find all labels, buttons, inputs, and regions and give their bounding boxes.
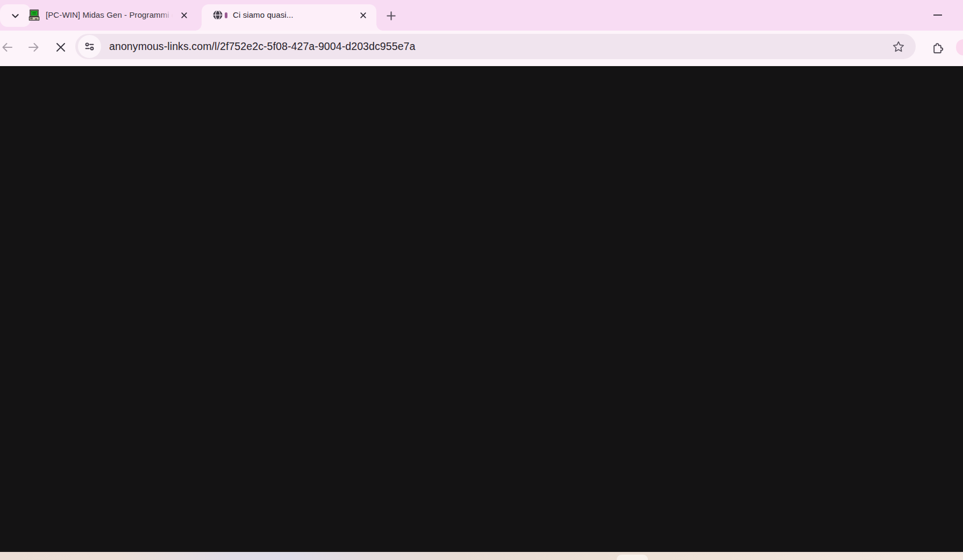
tab-title-clip: Ci siamo quasi... xyxy=(233,10,353,20)
tab-title-clip: [PC-WIN] Midas Gen - Programmi e Dove xyxy=(46,10,174,20)
taskbar-edge xyxy=(0,552,963,560)
new-tab-button[interactable] xyxy=(381,6,401,25)
tab-title: [PC-WIN] Midas Gen - Programmi e Dove xyxy=(46,10,174,19)
minimize-dash-icon xyxy=(933,15,942,16)
chevron-down-icon xyxy=(11,11,20,20)
extensions-button[interactable] xyxy=(926,37,948,59)
address-bar[interactable]: anonymous-links.com/l/2f752e2c-5f08-427a… xyxy=(75,34,916,59)
page-viewport xyxy=(0,66,963,552)
url-input[interactable]: anonymous-links.com/l/2f752e2c-5f08-427a… xyxy=(109,40,889,53)
puzzle-icon xyxy=(931,41,944,55)
retro-pc-icon xyxy=(28,9,40,21)
arrow-left-icon xyxy=(0,40,14,54)
tab-midas-gen[interactable]: [PC-WIN] Midas Gen - Programmi e Dove xyxy=(24,4,195,31)
close-icon xyxy=(55,41,67,53)
forward-button[interactable] xyxy=(23,37,45,58)
tab-notification-dot xyxy=(225,12,227,18)
tune-icon xyxy=(84,41,95,52)
globe-icon xyxy=(212,10,223,20)
tab-strip: [PC-WIN] Midas Gen - Programmi e Dove Ci… xyxy=(0,0,963,31)
close-icon[interactable] xyxy=(177,9,190,21)
avatar[interactable] xyxy=(956,39,963,55)
taskbar-app-button[interactable] xyxy=(617,555,648,560)
browser-toolbar: anonymous-links.com/l/2f752e2c-5f08-427a… xyxy=(0,31,963,66)
tab-ci-siamo-quasi[interactable]: Ci siamo quasi... xyxy=(202,4,376,31)
arrow-right-icon xyxy=(27,40,41,54)
tab-title: Ci siamo quasi... xyxy=(233,10,294,19)
back-button[interactable] xyxy=(0,37,18,58)
site-settings-button[interactable] xyxy=(78,35,101,58)
minimize-button[interactable] xyxy=(926,3,950,27)
stop-loading-button[interactable] xyxy=(50,37,72,58)
bookmark-star-button[interactable] xyxy=(889,37,908,56)
star-outline-icon xyxy=(892,40,905,53)
plus-icon xyxy=(386,11,396,21)
close-icon[interactable] xyxy=(356,9,369,21)
